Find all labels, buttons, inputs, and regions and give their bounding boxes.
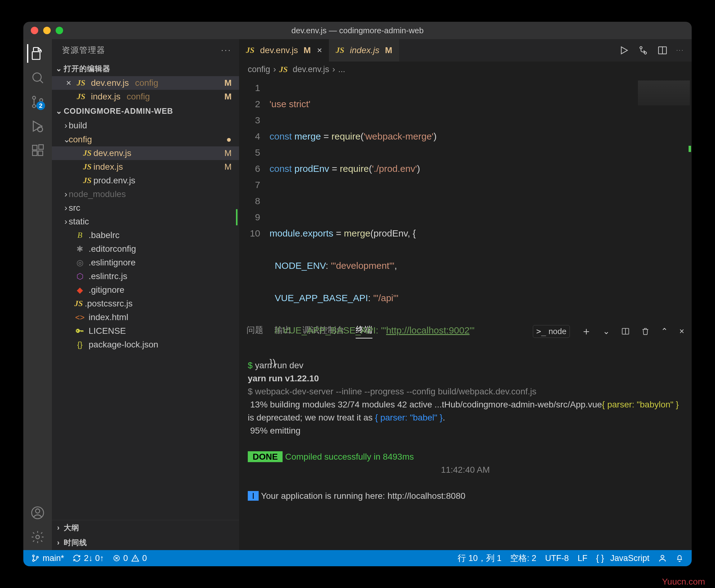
status-eol[interactable]: LF [573,553,592,563]
outline-header[interactable]: ›大纲 [52,520,239,535]
titlebar: dev.env.js — codingmore-admin-web [23,22,692,39]
json-icon: {} [74,340,85,350]
folder-src[interactable]: ›src [52,201,239,215]
breadcrumb-item[interactable]: ... [338,65,345,74]
file-license[interactable]: 🔑︎LICENSE [52,324,239,338]
js-file-icon: JS [246,46,254,55]
dot-icon: ● [226,134,231,145]
file-tree: ›build ⌄config● JSdev.env.jsM JSindex.js… [52,119,239,520]
search-icon[interactable] [28,68,47,87]
kill-terminal-icon[interactable] [641,327,650,336]
file-postcssrc[interactable]: JS.postcssrc.js [52,297,239,311]
close-window-icon[interactable] [31,27,38,34]
git-modified-badge: M [303,45,310,55]
close-icon[interactable]: × [317,45,322,55]
status-cursor[interactable]: 行 10，列 1 [453,552,506,564]
breadcrumb-item[interactable]: config [248,65,270,74]
status-sync[interactable]: 2↓ 0↑ [68,553,108,563]
eslint-icon: ◎ [74,258,85,268]
status-branch[interactable]: main* [27,553,68,563]
js-file-icon: JS [83,149,91,158]
file-gitignore[interactable]: ◆.gitignore [52,283,239,297]
tab-filename: dev.env.js [260,45,298,55]
file-editorconfig[interactable]: ✱.editorconfig [52,242,239,256]
project-header[interactable]: ⌄ CODINGMORE-ADMIN-WEB [52,104,239,119]
file-dev-env[interactable]: JSdev.env.jsM [52,146,239,160]
extensions-icon[interactable] [28,141,47,160]
status-errors[interactable]: 0 0 [108,553,151,563]
minimize-window-icon[interactable] [43,27,51,34]
html-icon: <> [74,313,85,322]
chevron-right-icon: › [273,65,276,74]
file-index-js[interactable]: JSindex.jsM [52,160,239,174]
js-file-icon: JS [83,176,91,185]
more-icon[interactable]: ··· [221,45,231,55]
file-eslintignore[interactable]: ◎.eslintignore [52,256,239,270]
status-feedback-icon[interactable] [654,554,671,563]
open-editor-item[interactable]: JS index.js config M [52,90,239,104]
svg-rect-9 [39,145,43,149]
status-language[interactable]: { }JavaScript [592,553,654,563]
file-prod-env[interactable]: JSprod.env.js [52,174,239,187]
explorer-icon[interactable] [27,44,47,63]
file-package-lock[interactable]: {}package-lock.json [52,338,239,352]
traffic-lights [31,27,63,34]
breadcrumb[interactable]: config › JS dev.env.js › ... [239,62,692,77]
chevron-down-icon: ⌄ [56,107,61,115]
svg-rect-8 [38,151,43,156]
editor[interactable]: 12345678910 'use strict' const merge = r… [239,77,692,320]
license-icon: 🔑︎ [74,326,85,336]
chevron-right-icon: › [63,203,69,213]
open-editors-header[interactable]: ⌄ 打开的编辑器 [52,61,239,76]
split-editor-icon[interactable] [657,45,668,56]
js-file-icon: JS [77,78,85,88]
accounts-icon[interactable] [28,503,47,522]
svg-point-1 [33,73,41,81]
more-icon[interactable]: ··· [676,47,684,53]
scm-badge: 2 [36,101,45,110]
chevron-down-icon: ⌄ [56,64,61,73]
folder-node-modules[interactable]: ›node_modules [52,187,239,201]
maximize-window-icon[interactable] [56,27,63,34]
file-babelrc[interactable]: B.babelrc [52,228,239,242]
svg-point-12 [36,535,40,539]
timeline-header[interactable]: ›时间线 [52,535,239,550]
file-eslintrc[interactable]: ⬡.eslintrc.js [52,270,239,283]
folder-build[interactable]: ›build [52,119,239,132]
close-panel-icon[interactable]: × [679,327,684,336]
tab-bar: JS dev.env.js M × JS index.js M ··· [239,39,692,62]
status-encoding[interactable]: UTF-8 [540,553,573,563]
breadcrumb-item[interactable]: dev.env.js [293,65,329,74]
file-index-html[interactable]: <>index.html [52,311,239,324]
status-bar: main* 2↓ 0↑ 0 0 行 10，列 1 空格: 2 UTF-8 LF … [23,550,692,566]
eslint-icon: ⬡ [74,272,85,281]
minimap[interactable] [636,77,692,320]
status-spaces[interactable]: 空格: 2 [506,552,540,564]
code-content[interactable]: 'use strict' const merge = require('webp… [267,77,636,320]
maximize-panel-icon[interactable]: ⌃ [661,326,668,336]
panel-tab-problems[interactable]: 问题 [246,324,263,338]
folder-static[interactable]: ›static [52,215,239,228]
sidebar-header: 资源管理器 ··· [52,39,239,61]
git-modified-badge: M [224,78,231,88]
folder-config[interactable]: ⌄config● [52,132,239,146]
chevron-down-icon: ⌄ [63,134,69,145]
close-icon[interactable]: × [64,78,73,88]
js-file-icon: JS [77,92,85,101]
sidebar: 资源管理器 ··· ⌄ 打开的编辑器 × JS dev.env.js confi… [52,39,239,550]
js-file-icon: JS [74,299,83,308]
run-debug-icon[interactable] [28,117,47,135]
status-bell-icon[interactable] [671,554,688,562]
source-control-icon[interactable]: 2 [28,92,47,111]
babel-icon: B [74,231,85,240]
open-editor-item[interactable]: × JS dev.env.js config M [52,76,239,90]
chevron-right-icon: › [56,523,61,532]
chevron-right-icon: › [56,538,61,547]
tab-index-js[interactable]: JS index.js M [329,39,399,62]
settings-icon[interactable] [28,528,47,546]
run-icon[interactable] [619,45,629,56]
tab-dev-env[interactable]: JS dev.env.js M × [239,39,329,62]
compare-changes-icon[interactable] [638,45,649,56]
git-icon: ◆ [74,285,85,295]
svg-point-2 [33,96,36,100]
